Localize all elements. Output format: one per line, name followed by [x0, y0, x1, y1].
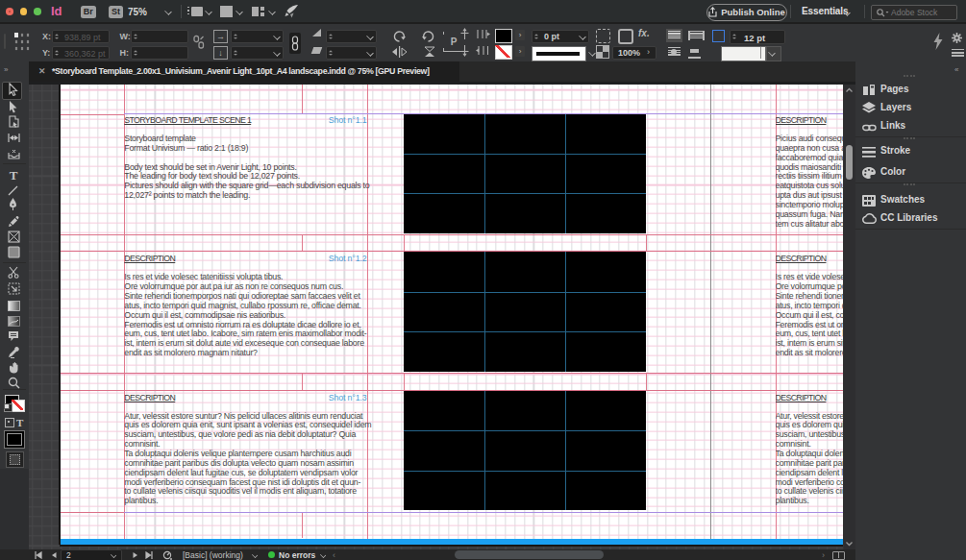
svg-text:T: T	[10, 169, 18, 181]
